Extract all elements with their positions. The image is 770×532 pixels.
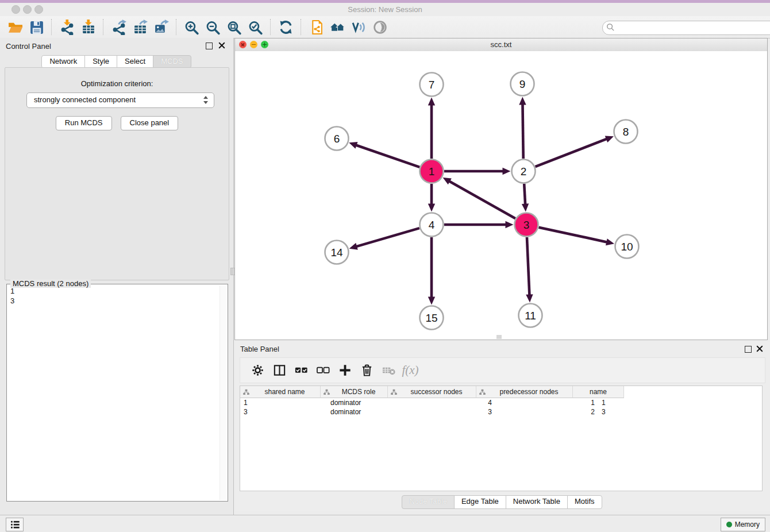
graph-node-label-2: 2: [521, 165, 527, 178]
toolbar-separator: [103, 19, 104, 35]
column-header-successor-nodes[interactable]: successor nodes: [388, 386, 476, 398]
zoom-out-button[interactable]: [202, 17, 224, 37]
memory-button[interactable]: Memory: [721, 518, 765, 531]
table-cell[interactable]: dominator: [327, 398, 401, 407]
table-cell[interactable]: 4: [401, 398, 495, 407]
tab-motifs[interactable]: Motifs: [567, 495, 602, 509]
graph-arrowhead-3-10: [606, 238, 614, 245]
network-minimize-button[interactable]: [250, 41, 257, 48]
column-header-predecessor-nodes[interactable]: predecessor nodes: [476, 386, 573, 398]
control-tab-style[interactable]: Style: [84, 55, 117, 68]
graph-node-label-4: 4: [429, 219, 435, 231]
select-all-rows-icon: [294, 363, 309, 377]
import-network-button[interactable]: [56, 17, 78, 37]
table-cell[interactable]: dominator: [327, 407, 401, 417]
save-session-button[interactable]: [26, 17, 47, 37]
column-header-shared-name[interactable]: shared name: [240, 386, 321, 398]
control-tab-network[interactable]: Network: [41, 55, 85, 68]
float-table-panel-icon[interactable]: [745, 346, 752, 353]
memory-status-icon: [726, 522, 732, 527]
control-tab-mcds[interactable]: MCDS: [153, 55, 191, 68]
zoom-selected-button[interactable]: [245, 17, 266, 37]
column-header-label: predecessor nodes: [486, 388, 572, 396]
table-row[interactable]: 3dominator323: [240, 407, 762, 417]
delete-table-button: [379, 361, 398, 380]
graph-arrowhead-2-3: [522, 203, 529, 211]
deselect-all-rows-button[interactable]: [313, 361, 333, 380]
toggle-column-view-button[interactable]: [270, 361, 289, 380]
hierarchy-icon: [479, 389, 486, 395]
table-cell[interactable]: 1: [240, 398, 327, 407]
open-session-button[interactable]: [5, 17, 26, 37]
table-settings-button[interactable]: [248, 361, 267, 380]
hierarchy-icon: [391, 389, 397, 395]
table-cell[interactable]: 3: [401, 407, 495, 417]
table-settings-icon: [251, 363, 265, 377]
column-header-label: successor nodes: [397, 388, 476, 396]
deselect-all-rows-icon: [316, 363, 330, 377]
tab-edge-table[interactable]: Edge Table: [454, 495, 506, 509]
toolbar-separator: [51, 19, 52, 35]
column-header-mcds-role[interactable]: MCDS role: [321, 386, 388, 398]
export-table-icon: [132, 20, 148, 35]
export-image-button[interactable]: [151, 17, 172, 37]
close-panel-icon[interactable]: [218, 42, 225, 49]
criterion-dropdown[interactable]: strongly connected component: [26, 92, 214, 108]
network-zoom-button[interactable]: [261, 41, 268, 48]
close-panel-button[interactable]: Close panel: [121, 116, 179, 130]
graph-edge-2-9[interactable]: [522, 103, 523, 159]
delete-column-button[interactable]: [357, 361, 376, 380]
apply-layout-button[interactable]: [275, 17, 297, 37]
search-input[interactable]: [602, 21, 770, 35]
export-table-button[interactable]: [129, 17, 151, 37]
control-tab-select[interactable]: Select: [117, 55, 153, 68]
graph-edge-2-8[interactable]: [536, 138, 607, 167]
table-cell[interactable]: 3: [598, 407, 656, 417]
table-cell[interactable]: 3: [240, 407, 327, 417]
canvas-scroll-grip[interactable]: [496, 335, 502, 339]
export-network-button[interactable]: [108, 17, 129, 37]
graph-arrowhead-4-15: [428, 297, 435, 305]
graph-edge-2-3[interactable]: [524, 184, 525, 205]
network-canvas[interactable]: 7968124314101511: [235, 51, 767, 340]
close-table-panel-icon[interactable]: [756, 345, 763, 352]
result-scrollbar[interactable]: [220, 286, 226, 500]
import-network-icon: [59, 20, 75, 35]
float-panel-icon[interactable]: [206, 43, 213, 49]
import-table-icon: [80, 20, 96, 35]
column-header-name[interactable]: name: [573, 386, 624, 398]
network-from-file-button[interactable]: [306, 17, 327, 37]
graph-edge-1-6[interactable]: [356, 145, 420, 167]
network-close-button[interactable]: [239, 41, 247, 48]
tab-network-table[interactable]: Network Table: [506, 495, 568, 509]
graph-edge-3-11[interactable]: [527, 237, 529, 296]
table-cell[interactable]: 2: [495, 407, 598, 417]
graph-arrowhead-1-2: [503, 168, 511, 175]
import-table-button[interactable]: [78, 17, 99, 37]
zoom-in-button[interactable]: [181, 17, 202, 37]
mcds-result-group: MCDS result (2 nodes) 1 3: [6, 284, 228, 502]
select-all-rows-button[interactable]: [291, 361, 311, 380]
zoom-fit-icon: [226, 20, 242, 35]
hide-graphics-button[interactable]: [348, 17, 369, 37]
graph-arrowhead-4-14: [349, 243, 358, 250]
show-neighbors-button[interactable]: [327, 17, 348, 37]
apply-layout-icon: [278, 20, 294, 35]
run-mcds-button[interactable]: Run MCDS: [56, 116, 112, 130]
graph-edge-3-10[interactable]: [538, 228, 607, 242]
zoom-fit-button[interactable]: [224, 17, 245, 37]
task-history-button[interactable]: [6, 518, 24, 531]
graph-arrowhead-1-7: [428, 98, 435, 106]
table-panel: Table Panel f(x) shared nameMCDS rolesuc…: [234, 342, 770, 511]
show-graphics-icon: [372, 20, 388, 35]
show-graphics-button: [369, 17, 391, 37]
table-cell[interactable]: 1: [495, 398, 598, 407]
save-session-icon: [29, 20, 44, 35]
mcds-panel: Optimization criterion: strongly connect…: [5, 67, 229, 280]
table-cell[interactable]: 1: [598, 398, 656, 407]
graph-edge-3-1[interactable]: [449, 181, 515, 218]
table-row[interactable]: 1dominator411: [240, 398, 762, 407]
tab-node-table[interactable]: Node Table: [402, 495, 455, 509]
add-column-button[interactable]: [335, 361, 355, 380]
graph-edge-4-14[interactable]: [356, 228, 419, 246]
